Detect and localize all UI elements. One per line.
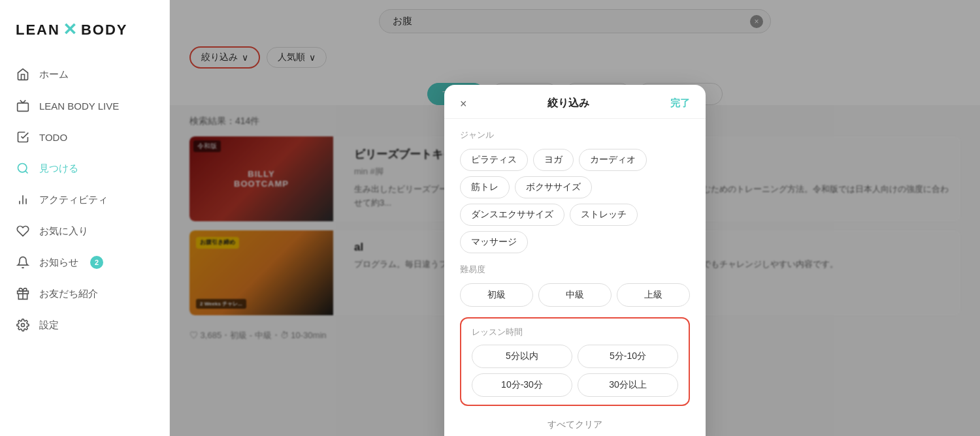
genre-tag-cardio[interactable]: カーディオ [579, 149, 647, 171]
genre-tag-strength[interactable]: 筋トレ [460, 176, 510, 198]
sidebar-item-live[interactable]: LEAN BODY LIVE [0, 91, 169, 121]
lesson-time-title: レッスン時間 [472, 326, 678, 338]
sidebar-item-todo[interactable]: TODO [0, 122, 169, 152]
difficulty-section-title: 難易度 [460, 264, 690, 275]
genre-tag-dance[interactable]: ダンスエクササイズ [460, 204, 564, 226]
genre-section-title: ジャンル [460, 129, 690, 141]
difficulty-intermediate[interactable]: 中級 [538, 283, 612, 307]
time-10to30[interactable]: 10分-30分 [472, 373, 572, 397]
sidebar-item-discover[interactable]: 見つける [0, 153, 169, 183]
sidebar-item-label: アクティビティ [39, 194, 108, 206]
modal-done-button[interactable]: 完了 [670, 97, 690, 110]
logo-separator: ✕ [63, 20, 78, 40]
sidebar-item-label: お気に入り [39, 225, 88, 238]
sidebar-item-home[interactable]: ホーム [0, 59, 169, 89]
sidebar-item-referral[interactable]: お友だち紹介 [0, 279, 169, 309]
sidebar-item-label: お知らせ [39, 257, 78, 269]
main-content: × 絞り込み ∨ 人気順 ∨ すべて レッスン シリーズ プレイリスト 検索結果… [170, 0, 980, 436]
logo-part1: LEAN [16, 22, 60, 39]
sidebar: LEAN ✕ BODY ホーム LEAN BODY LIVE [0, 0, 170, 436]
time-options: 5分以内 5分-10分 10分-30分 30分以上 [472, 345, 678, 397]
modal-header: × 絞り込み 完了 [444, 85, 706, 119]
svg-point-1 [18, 164, 27, 172]
genre-tags: ピラティス ヨガ カーディオ 筋トレ ボクササイズ ダンスエクササイズ ストレッ… [460, 149, 690, 253]
tv-icon [16, 99, 30, 113]
sidebar-item-label: ホーム [39, 69, 69, 81]
genre-tag-pilates[interactable]: ピラティス [460, 149, 528, 171]
chart-icon [16, 193, 30, 207]
sidebar-item-label: 見つける [39, 163, 78, 175]
sidebar-item-settings[interactable]: 設定 [0, 310, 169, 340]
lesson-time-section: レッスン時間 5分以内 5分-10分 10分-30分 30分以上 [460, 317, 690, 406]
sidebar-item-label: LEAN BODY LIVE [39, 101, 119, 112]
time-5to10[interactable]: 5分-10分 [578, 345, 678, 368]
sidebar-item-label: TODO [39, 132, 67, 143]
search-icon [16, 161, 30, 176]
svg-point-8 [22, 324, 25, 327]
difficulty-beginner[interactable]: 初級 [460, 283, 533, 307]
modal-body: ジャンル ピラティス ヨガ カーディオ 筋トレ ボクササイズ ダンスエクササイズ… [444, 119, 706, 436]
gear-icon [16, 318, 30, 332]
svg-rect-0 [18, 103, 29, 112]
genre-tag-massage[interactable]: マッサージ [460, 231, 528, 253]
svg-line-2 [25, 171, 28, 174]
sidebar-item-favorites[interactable]: お気に入り [0, 216, 169, 246]
heart-icon [16, 224, 30, 238]
checkbox-icon [16, 130, 30, 144]
sidebar-item-label: 設定 [39, 319, 59, 332]
genre-tag-yoga[interactable]: ヨガ [533, 149, 574, 171]
modal-title: 絞り込み [547, 97, 589, 110]
logo-part2: BODY [81, 22, 128, 39]
modal-close-button[interactable]: × [460, 98, 467, 110]
sidebar-item-notifications[interactable]: お知らせ 2 [0, 247, 169, 277]
genre-tag-boxing[interactable]: ボクササイズ [515, 176, 592, 198]
sidebar-nav: ホーム LEAN BODY LIVE TODO [0, 59, 169, 340]
sidebar-item-activity[interactable]: アクティビティ [0, 185, 169, 215]
bell-icon [16, 255, 30, 270]
filter-modal: × 絞り込み 完了 ジャンル ピラティス ヨガ カーディオ 筋トレ ボクササイズ… [444, 85, 706, 436]
difficulty-options: 初級 中級 上級 [460, 283, 690, 307]
gift-icon [16, 287, 30, 301]
sidebar-item-label: お友だち紹介 [39, 288, 98, 300]
notification-badge: 2 [90, 256, 103, 269]
logo: LEAN ✕ BODY [0, 13, 169, 59]
time-under5[interactable]: 5分以内 [472, 345, 572, 368]
home-icon [16, 67, 30, 82]
clear-all-button[interactable]: すべてクリア [460, 414, 690, 431]
time-over30[interactable]: 30分以上 [578, 373, 678, 397]
genre-tag-stretch[interactable]: ストレッチ [570, 204, 638, 226]
modal-overlay[interactable]: × 絞り込み 完了 ジャンル ピラティス ヨガ カーディオ 筋トレ ボクササイズ… [170, 0, 980, 436]
difficulty-advanced[interactable]: 上級 [617, 283, 690, 307]
